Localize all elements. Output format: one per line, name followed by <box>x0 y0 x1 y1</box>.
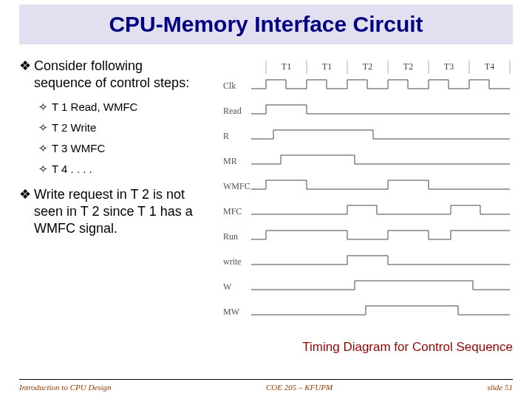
diamond-open-icon: ✧ <box>38 163 52 176</box>
note-text: Write request in T 2 is not seen in T 2 … <box>34 186 204 237</box>
svg-text:MFC: MFC <box>223 206 242 216</box>
svg-text:R: R <box>223 131 229 141</box>
timing-diagram: T1T1T2T2T3T4ClkReadRMRWMFCMFCRunwriteWMW <box>222 58 517 324</box>
svg-text:W: W <box>223 282 232 292</box>
svg-text:Read: Read <box>223 106 242 116</box>
diamond-open-icon: ✧ <box>38 100 52 114</box>
slide-title: CPU-Memory Interface Circuit <box>109 12 423 37</box>
svg-text:MR: MR <box>223 156 237 166</box>
svg-text:Clk: Clk <box>223 81 236 91</box>
step-text: T 2 Write <box>52 121 96 134</box>
diagram-caption: Timing Diagram for Control Sequence <box>302 340 513 355</box>
step-text: T 4 . . . . <box>52 163 92 176</box>
footer-left: Introduction to CPU Design <box>19 383 112 392</box>
slide-footer: Introduction to CPU Design COE 205 – KFU… <box>19 379 513 392</box>
svg-text:T1: T1 <box>282 61 291 72</box>
title-banner: CPU-Memory Interface Circuit <box>19 4 513 44</box>
intro-bullet: ❖ Consider following sequence of control… <box>19 58 204 92</box>
svg-text:Run: Run <box>223 231 238 242</box>
svg-text:WMFC: WMFC <box>223 181 250 191</box>
steps-list: ✧ T 1 Read, WMFC ✧ T 2 Write ✧ T 3 WMFC … <box>38 100 204 176</box>
diamond-open-icon: ✧ <box>38 121 52 134</box>
note-bullet: ❖ Write request in T 2 is not seen in T … <box>19 186 204 237</box>
diamond-bullet-icon: ❖ <box>19 58 34 92</box>
svg-text:T4: T4 <box>485 61 494 72</box>
diamond-open-icon: ✧ <box>38 142 52 155</box>
slide-body: ❖ Consider following sequence of control… <box>19 58 204 246</box>
svg-text:T2: T2 <box>403 61 413 72</box>
svg-text:T2: T2 <box>363 61 372 72</box>
list-item: ✧ T 4 . . . . <box>38 163 204 176</box>
intro-text: Consider following sequence of control s… <box>34 58 204 92</box>
svg-text:T3: T3 <box>444 61 454 72</box>
footer-center: COE 205 – KFUPM <box>266 383 332 392</box>
list-item: ✧ T 1 Read, WMFC <box>38 100 204 114</box>
svg-text:write: write <box>223 256 242 267</box>
footer-right: slide 51 <box>487 383 513 392</box>
svg-text:T1: T1 <box>322 61 332 72</box>
step-text: T 1 Read, WMFC <box>52 100 137 114</box>
svg-text:MW: MW <box>223 307 240 317</box>
list-item: ✧ T 2 Write <box>38 121 204 134</box>
list-item: ✧ T 3 WMFC <box>38 142 204 155</box>
step-text: T 3 WMFC <box>52 142 105 155</box>
diamond-bullet-icon: ❖ <box>19 186 34 237</box>
